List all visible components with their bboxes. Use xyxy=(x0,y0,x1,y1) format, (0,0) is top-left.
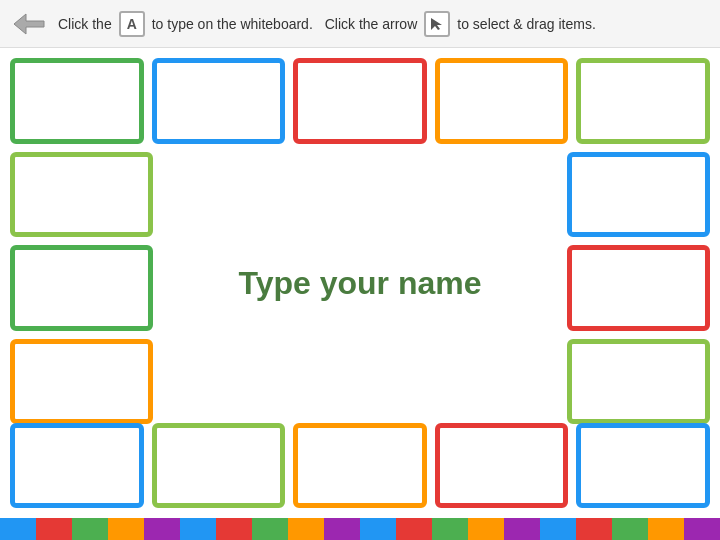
cell-r5c4[interactable] xyxy=(435,423,569,509)
bar-orange xyxy=(108,518,144,540)
cell-r1c3[interactable] xyxy=(293,58,427,144)
instruction-text-3: Click the arrow xyxy=(325,16,418,32)
bar-orange3 xyxy=(468,518,504,540)
text-tool-icon[interactable]: A xyxy=(119,11,145,37)
bar-orange2 xyxy=(288,518,324,540)
cell-r5c5[interactable] xyxy=(576,423,710,509)
bar-red3 xyxy=(396,518,432,540)
cell-r2c2-empty xyxy=(161,152,559,238)
bar-purple2 xyxy=(324,518,360,540)
cell-r5c3[interactable] xyxy=(293,423,427,509)
bar-green3 xyxy=(432,518,468,540)
whiteboard-area[interactable]: Type your name xyxy=(0,48,720,518)
bar-red xyxy=(36,518,72,540)
cell-r1c4[interactable] xyxy=(435,58,569,144)
cell-r3c5[interactable] xyxy=(567,245,710,331)
bar-blue3 xyxy=(360,518,396,540)
bottom-color-bar xyxy=(0,518,720,540)
cell-r4c1[interactable] xyxy=(10,339,153,425)
bar-green2 xyxy=(252,518,288,540)
cell-r5c1[interactable] xyxy=(10,423,144,509)
bar-purple4 xyxy=(684,518,720,540)
instruction-text-2: to type on the whiteboard. xyxy=(152,16,313,32)
cell-r2c1[interactable] xyxy=(10,152,153,238)
svg-marker-1 xyxy=(431,18,442,30)
cell-r2c5[interactable] xyxy=(567,152,710,238)
arrow-tool-icon[interactable] xyxy=(424,11,450,37)
cell-r3c2-empty xyxy=(161,245,559,331)
instruction-bar: Click the A to type on the whiteboard. C… xyxy=(0,0,720,48)
cell-r3c1[interactable] xyxy=(10,245,153,331)
cell-r4c2-empty xyxy=(161,339,559,425)
bar-blue xyxy=(0,518,36,540)
bar-red2 xyxy=(216,518,252,540)
bar-red4 xyxy=(576,518,612,540)
instruction-text-1: Click the xyxy=(58,16,112,32)
bar-purple xyxy=(144,518,180,540)
bar-green xyxy=(72,518,108,540)
instruction-text-4: to select & drag items. xyxy=(457,16,596,32)
cell-r1c2[interactable] xyxy=(152,58,286,144)
bar-blue2 xyxy=(180,518,216,540)
bar-green4 xyxy=(612,518,648,540)
svg-marker-0 xyxy=(14,14,44,34)
cell-r5c2[interactable] xyxy=(152,423,286,509)
bar-orange4 xyxy=(648,518,684,540)
back-arrow-icon[interactable] xyxy=(12,9,46,39)
bar-blue4 xyxy=(540,518,576,540)
cell-r4c5[interactable] xyxy=(567,339,710,425)
cell-r1c5[interactable] xyxy=(576,58,710,144)
bar-purple3 xyxy=(504,518,540,540)
cell-r1c1[interactable] xyxy=(10,58,144,144)
